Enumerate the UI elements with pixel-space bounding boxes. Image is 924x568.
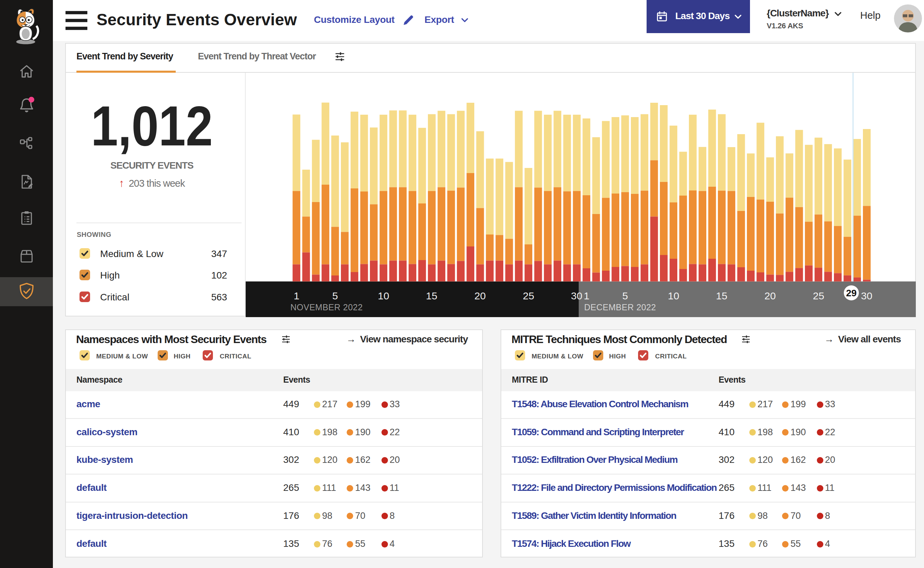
svg-text:25: 25 [813,290,824,301]
svg-text:30: 30 [861,290,872,301]
svg-text:1: 1 [584,290,589,301]
svg-text:5: 5 [332,290,338,301]
svg-text:30: 30 [571,290,582,301]
svg-text:15: 15 [426,290,437,301]
svg-text:29: 29 [846,288,856,298]
svg-text:10: 10 [668,290,679,301]
svg-text:5: 5 [623,290,628,301]
svg-text:DECEMBER 2022: DECEMBER 2022 [584,302,656,312]
svg-text:NOVEMBER 2022: NOVEMBER 2022 [290,302,363,312]
svg-text:1: 1 [294,290,300,301]
svg-text:25: 25 [523,290,534,301]
svg-text:10: 10 [378,290,389,301]
svg-text:20: 20 [764,290,776,301]
svg-text:15: 15 [716,290,727,301]
svg-text:20: 20 [474,290,485,301]
